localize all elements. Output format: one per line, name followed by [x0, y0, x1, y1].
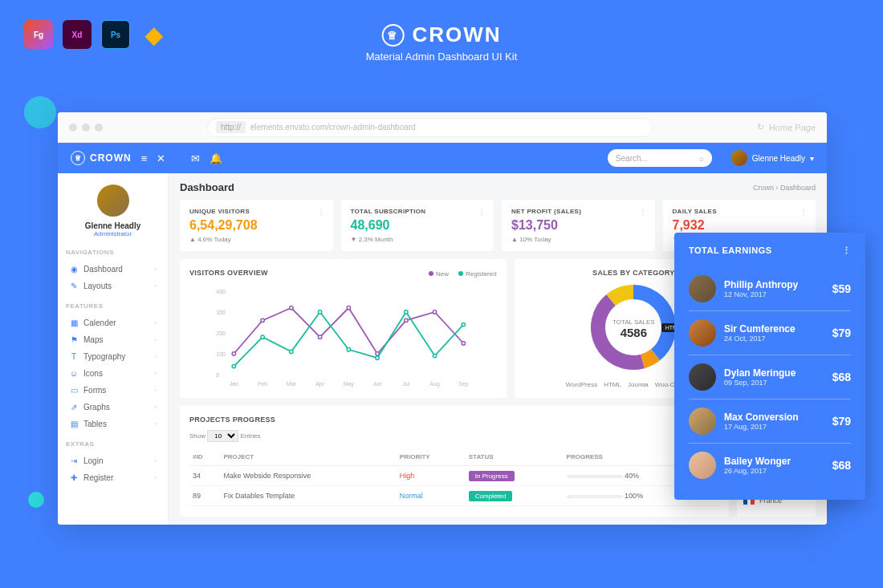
url-bar[interactable]: http:// elements.envato.com/crown-admin-…: [207, 118, 653, 137]
nav-section-title: FEATURES: [66, 302, 160, 310]
more-icon[interactable]: ⋮: [842, 245, 852, 256]
app-logo[interactable]: ♕ CROWN: [71, 151, 132, 165]
earnings-row[interactable]: Bailey Wonger26 Aug, 2017 $68: [689, 444, 851, 487]
nav-section-title: EXTRAS: [66, 440, 160, 448]
earnings-name: Dylan Meringue: [724, 367, 824, 379]
legend-item: Joomla: [628, 381, 649, 388]
stat-label: NET PROFIT (SALES): [511, 208, 645, 215]
avatar: [689, 452, 716, 479]
minimize-icon[interactable]: [82, 124, 90, 132]
earnings-name: Bailey Wonger: [724, 456, 824, 467]
decoration-circle: [24, 96, 56, 128]
nav-icon: ☺: [69, 369, 79, 378]
sidebar-item-icons[interactable]: ☺Icons›: [66, 365, 160, 382]
total-earnings-popup: TOTAL EARNINGS ⋮ Phillip Anthropy12 Nov,…: [674, 233, 865, 500]
chevron-right-icon: ›: [154, 336, 157, 343]
svg-point-22: [462, 342, 465, 345]
more-icon[interactable]: ⋮: [478, 208, 486, 217]
chevron-down-icon: ▾: [810, 154, 814, 163]
chevron-right-icon: ›: [154, 420, 157, 428]
bell-icon[interactable]: 🔔: [210, 152, 222, 164]
stat-label: TOTAL SUBSCRIPTION: [351, 208, 485, 215]
nav-icon: ✚: [69, 473, 79, 482]
earnings-row[interactable]: Phillip Anthropy12 Nov, 2017 $59: [689, 267, 851, 311]
donut-total-value: 4586: [612, 326, 655, 339]
nav-section-title: NAVIGATIONS: [66, 249, 160, 256]
nav-icon: ▦: [69, 318, 79, 327]
chevron-right-icon: ›: [154, 474, 157, 481]
stat-card: ⋮ NET PROFIT (SALES) $13,750 ▲ 10% Today: [502, 200, 655, 251]
earnings-title: TOTAL EARNINGS: [689, 245, 772, 256]
earnings-amount: $59: [832, 282, 851, 295]
svg-text:Feb: Feb: [258, 381, 267, 387]
more-icon[interactable]: ⋮: [639, 208, 647, 217]
sidebar-item-login[interactable]: ⇥Login›: [66, 452, 160, 469]
sidebar-profile[interactable]: Glenne Headly Administrator: [66, 185, 160, 237]
sidebar-item-dashboard[interactable]: ◉Dashboard›: [66, 261, 160, 278]
close-icon[interactable]: [69, 124, 77, 132]
search-input[interactable]: Search... ⌕: [608, 149, 712, 167]
svg-point-25: [290, 350, 293, 353]
svg-point-28: [376, 356, 379, 359]
home-button[interactable]: ↻ Home Page: [757, 122, 816, 132]
sidebar-item-tables[interactable]: ▤Tables›: [66, 416, 160, 432]
more-icon[interactable]: ⋮: [800, 208, 808, 217]
avatar: [689, 408, 716, 435]
earnings-amount: $79: [832, 326, 851, 339]
svg-text:Mar: Mar: [287, 381, 297, 387]
sidebar-item-maps[interactable]: ⚑Maps›: [66, 331, 160, 348]
mail-icon[interactable]: ✉: [191, 152, 200, 164]
hero-brand: CROWN: [412, 22, 501, 47]
sidebar-item-forms[interactable]: ▭Forms›: [66, 382, 160, 399]
status-badge: In Progress: [469, 471, 515, 481]
card-title: PROJECTS PROGRESS: [189, 416, 719, 424]
table-row[interactable]: 34 Make Webside Responsive High In Progr…: [189, 466, 719, 486]
earnings-row[interactable]: Dylan Meringue09 Sep, 2017 $68: [689, 355, 851, 399]
svg-text:200: 200: [216, 330, 226, 336]
stat-value: $13,750: [511, 218, 645, 233]
sidebar-item-graphs[interactable]: ⇗Graphs›: [66, 399, 160, 416]
url-text: elements.envato.com/crown-admin-dashboar…: [250, 123, 416, 132]
menu-icon[interactable]: ≡: [141, 152, 148, 164]
sidebar-item-layouts[interactable]: ✎Layouts›: [66, 278, 160, 294]
table-row[interactable]: 89 Fix Datables Template Normal Complete…: [189, 486, 719, 506]
maximize-icon[interactable]: [95, 124, 103, 132]
nav-label: Tables: [83, 420, 107, 428]
avatar: [689, 275, 716, 302]
stat-change: ▲ 4.6% Today: [189, 236, 323, 243]
design-tool-badges: Fg Xd Ps ◆: [24, 20, 169, 49]
nav-label: Dashboard: [83, 265, 123, 274]
entries-select[interactable]: 10: [207, 430, 238, 442]
svg-point-27: [347, 348, 350, 351]
user-menu[interactable]: Glenne Headly ▾: [731, 150, 814, 166]
sidebar-item-register[interactable]: ✚Register›: [66, 469, 160, 486]
more-icon[interactable]: ⋮: [317, 208, 325, 217]
sidebar-item-calender[interactable]: ▦Calender›: [66, 314, 160, 331]
earnings-row[interactable]: Max Conversion17 Aug, 2017 $79: [689, 399, 851, 444]
earnings-date: 24 Oct, 2017: [724, 335, 824, 343]
projects-table: #IDPROJECTPRIORITYSTATUSPROGRESS 34 Make…: [189, 448, 719, 506]
sidebar-item-typography[interactable]: TTypography›: [66, 348, 160, 365]
nav-label: Icons: [83, 369, 103, 378]
svg-text:Sep: Sep: [458, 381, 469, 387]
stat-change: ▲ 10% Today: [511, 236, 645, 243]
projects-progress-card: PROJECTS PROGRESS Show 10 Entries #IDPRO…: [180, 406, 729, 517]
nav-label: Typography: [83, 352, 125, 361]
page-title: Dashboard: [180, 181, 234, 193]
nav-label: Maps: [83, 335, 103, 344]
avatar: [689, 319, 716, 347]
nav-label: Calender: [83, 318, 116, 327]
traffic-lights: [69, 124, 103, 132]
stat-card: ⋮ UNIQUE VISITORS 6,54,29,708 ▲ 4.6% Tod…: [180, 200, 333, 251]
nav-label: Login: [83, 456, 103, 465]
svg-text:Apr: Apr: [315, 381, 325, 387]
chevron-right-icon: ›: [154, 353, 157, 360]
nav-label: Forms: [83, 386, 106, 395]
nav-icon: ▭: [69, 386, 79, 395]
svg-text:May: May: [344, 381, 355, 387]
earnings-amount: $79: [832, 415, 851, 428]
breadcrumb: Crown › Dashboard: [753, 184, 816, 192]
earnings-row[interactable]: Sir Cumference24 Oct, 2017 $79: [689, 311, 851, 355]
settings-icon[interactable]: ✕: [157, 152, 165, 164]
nav-icon: ▤: [69, 420, 79, 428]
